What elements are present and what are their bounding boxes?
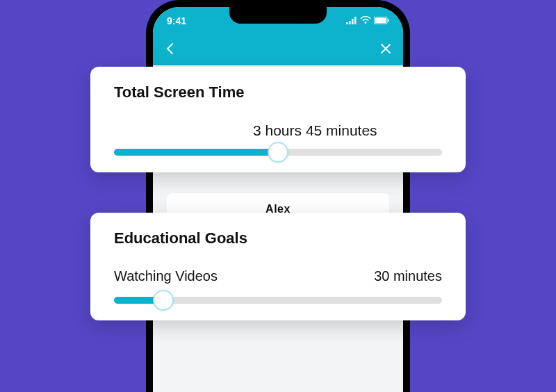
screen-time-title: Total Screen Time	[114, 83, 442, 101]
nav-bar	[153, 35, 403, 65]
svg-rect-2	[352, 19, 354, 24]
battery-icon	[374, 15, 389, 26]
screen-time-slider[interactable]	[114, 149, 442, 156]
educational-subcategory: Watching Videos	[114, 268, 218, 284]
slider-thumb[interactable]	[153, 290, 174, 311]
educational-value: 30 minutes	[374, 268, 442, 284]
phone-notch	[229, 7, 327, 24]
educational-goals-card: Educational Goals Watching Videos 30 min…	[90, 213, 466, 320]
total-screen-time-card: Total Screen Time 3 hours 45 minutes	[90, 67, 466, 172]
screen-time-value: 3 hours 45 minutes	[114, 122, 442, 139]
status-time: 9:41	[167, 15, 186, 26]
chevron-left-icon	[164, 42, 177, 55]
status-indicators	[346, 15, 389, 26]
educational-title: Educational Goals	[114, 229, 442, 247]
svg-rect-3	[354, 17, 357, 24]
signal-icon	[346, 15, 357, 26]
phone-screen: 9:41 Alex V	[153, 7, 403, 392]
svg-rect-0	[346, 22, 348, 24]
slider-fill	[114, 149, 278, 156]
phone-frame: 9:41 Alex V	[146, 0, 410, 392]
educational-slider[interactable]	[114, 297, 442, 304]
close-button[interactable]	[379, 42, 392, 58]
wifi-icon	[360, 15, 371, 26]
slider-thumb[interactable]	[268, 142, 288, 163]
svg-rect-5	[375, 18, 386, 24]
back-button[interactable]	[164, 42, 177, 58]
close-icon	[379, 42, 392, 55]
svg-rect-6	[388, 19, 389, 22]
svg-rect-1	[349, 21, 351, 24]
